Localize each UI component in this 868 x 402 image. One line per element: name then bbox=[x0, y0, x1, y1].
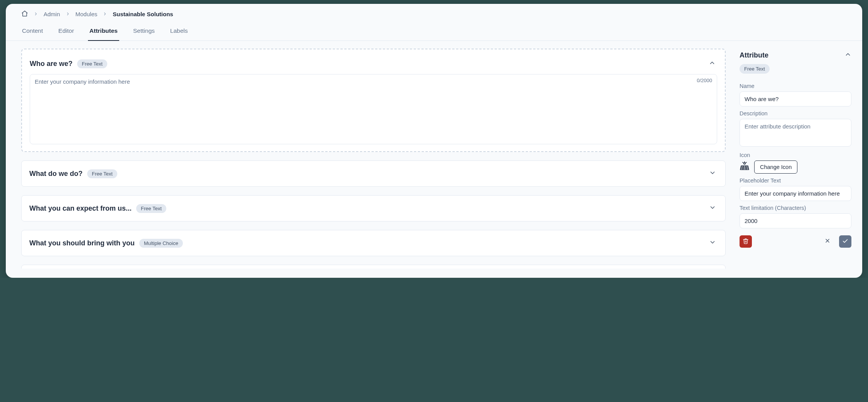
svg-line-2 bbox=[743, 162, 743, 163]
attribute-type-badge: Multiple Choice bbox=[139, 239, 183, 248]
svg-line-3 bbox=[746, 162, 746, 163]
confirm-button[interactable] bbox=[839, 235, 851, 248]
chevron-right-icon bbox=[103, 11, 107, 17]
trash-icon bbox=[743, 238, 749, 245]
check-icon bbox=[842, 238, 848, 245]
attribute-card-header[interactable]: What you can expect from us... Free Text bbox=[22, 196, 725, 221]
attribute-card[interactable]: What you can expect from us... Free Text bbox=[21, 195, 726, 221]
attribute-type-badge: Free Text bbox=[77, 59, 107, 68]
tab-editor[interactable]: Editor bbox=[57, 22, 75, 41]
delete-button[interactable] bbox=[740, 235, 752, 248]
attribute-title: What you should bring with you bbox=[29, 239, 135, 247]
breadcrumb-current: Sustainable Solutions bbox=[113, 11, 173, 17]
tab-settings[interactable]: Settings bbox=[132, 22, 155, 41]
attribute-textarea-wrap: 0/2000 bbox=[30, 74, 717, 144]
breadcrumb-modules[interactable]: Modules bbox=[76, 11, 98, 17]
chevron-right-icon bbox=[34, 11, 38, 17]
name-input[interactable] bbox=[740, 91, 851, 106]
attribute-title: What do we do? bbox=[29, 170, 83, 178]
description-label: Description bbox=[740, 110, 851, 117]
attributes-list: Who are we? Free Text 0/2000 What do we … bbox=[21, 49, 727, 269]
attribute-card-header[interactable]: What you should bring with you Multiple … bbox=[22, 230, 725, 256]
icon-label: Icon bbox=[740, 152, 851, 158]
attribute-textarea[interactable] bbox=[35, 78, 712, 136]
breadcrumb-admin[interactable]: Admin bbox=[44, 11, 60, 17]
chevron-right-icon bbox=[66, 11, 70, 17]
app-window: Admin Modules Sustainable Solutions Cont… bbox=[6, 4, 862, 278]
solar-panel-icon bbox=[740, 161, 750, 173]
attribute-type-badge: Free Text bbox=[136, 204, 166, 213]
chevron-up-icon[interactable] bbox=[707, 58, 717, 69]
chevron-down-icon[interactable] bbox=[708, 168, 718, 179]
description-input[interactable] bbox=[740, 119, 851, 147]
attribute-title: What you can expect from us... bbox=[29, 204, 132, 213]
breadcrumb: Admin Modules Sustainable Solutions bbox=[6, 4, 862, 22]
tab-attributes[interactable]: Attributes bbox=[89, 22, 118, 41]
attribute-card-header[interactable]: What do we do? Free Text bbox=[22, 161, 725, 186]
char-counter: 0/2000 bbox=[697, 78, 712, 83]
attribute-card[interactable]: What do we do? Free Text bbox=[21, 160, 726, 187]
chevron-down-icon[interactable] bbox=[708, 203, 718, 214]
svg-point-0 bbox=[744, 162, 745, 164]
attribute-card[interactable]: What you should bring with you Multiple … bbox=[21, 230, 726, 256]
chevron-down-icon[interactable] bbox=[708, 237, 718, 249]
placeholder-input[interactable] bbox=[740, 186, 851, 201]
svg-line-6 bbox=[743, 166, 743, 170]
attribute-card-header[interactable]: Nice to have Multiple Choice bbox=[22, 265, 725, 269]
tabs: Content Editor Attributes Settings Label… bbox=[6, 22, 862, 41]
attribute-title: Who are we? bbox=[30, 60, 73, 68]
text-limit-label: Text limitation (Characters) bbox=[740, 205, 851, 211]
attribute-card[interactable]: Nice to have Multiple Choice bbox=[21, 265, 726, 269]
name-label: Name bbox=[740, 83, 851, 89]
chevron-up-icon[interactable] bbox=[844, 51, 851, 59]
tab-content[interactable]: Content bbox=[21, 22, 44, 41]
placeholder-label: Placeholder Text bbox=[740, 177, 851, 184]
svg-line-7 bbox=[746, 166, 746, 170]
attribute-type-badge: Free Text bbox=[87, 169, 117, 178]
text-limit-input[interactable] bbox=[740, 213, 851, 228]
home-icon[interactable] bbox=[21, 10, 28, 18]
tab-labels[interactable]: Labels bbox=[169, 22, 189, 41]
panel-type-badge: Free Text bbox=[740, 64, 770, 74]
cancel-button[interactable] bbox=[821, 235, 834, 248]
attribute-detail-panel: Attribute Free Text Name Description Ico… bbox=[740, 49, 851, 269]
close-icon bbox=[824, 238, 831, 246]
panel-title: Attribute bbox=[740, 51, 768, 59]
attribute-card[interactable]: Who are we? Free Text 0/2000 bbox=[21, 49, 726, 152]
attribute-card-header[interactable]: Who are we? Free Text bbox=[22, 49, 725, 74]
change-icon-button[interactable]: Change Icon bbox=[754, 160, 797, 174]
